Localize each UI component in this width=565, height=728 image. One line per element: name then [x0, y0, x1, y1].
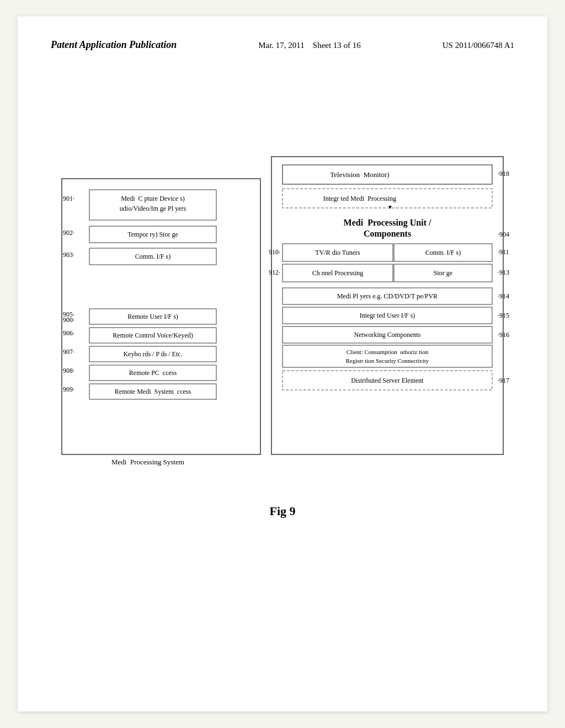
- n908-label: 908∙: [63, 367, 74, 374]
- n918-label: ∙918: [498, 170, 509, 178]
- arrow-indicator: ▼: [387, 204, 393, 210]
- n910-label: 910∙: [269, 248, 280, 256]
- figure-9-diagram: Medi Processing System Television Monito…: [51, 146, 514, 488]
- temporary-storage-label: Tempor ry) Stor ge: [127, 231, 178, 238]
- publication-date-sheet: Mar. 17, 2011 Sheet 13 of 16: [258, 39, 361, 52]
- n911-label: ∙911: [498, 248, 509, 256]
- n901-label: 901∙: [63, 195, 74, 202]
- n904-label: ∙904: [498, 231, 509, 238]
- media-processing-system-label: Medi Processing System: [111, 458, 184, 466]
- page: Patent Application Publication Mar. 17, …: [18, 17, 547, 711]
- n905-label: 905∙: [63, 311, 74, 318]
- tv-tuners-label: TV/R dio Tuners: [315, 249, 360, 256]
- media-capture-label: Medi C pture Device s): [121, 195, 185, 202]
- integrated-user-label: Integr ted User I/F s): [360, 312, 415, 319]
- n906-label: 906∙: [63, 329, 74, 337]
- n909-label: 909∙: [63, 386, 74, 393]
- mpu-title: Medi Processing Unit /: [344, 218, 431, 228]
- n903-label: 903∙: [63, 251, 74, 259]
- networking-label: Networking Components: [354, 331, 421, 339]
- remote-control-label: Remote Control Voice/Keyed): [113, 331, 193, 339]
- television-label: Television Monitor): [330, 170, 389, 179]
- remote-media-label: Remote Medi System ccess: [115, 388, 191, 395]
- publication-title: Patent Application Publication: [51, 39, 177, 51]
- publication-date: Mar. 17, 2011: [258, 41, 305, 50]
- comm-if2-label: Comm. I/F s): [425, 249, 461, 256]
- patent-number: US 2011/0066748 A1: [443, 39, 514, 52]
- n902-label: 902∙: [63, 229, 74, 237]
- integrated-media-label: Integr ted Medi Processing: [323, 195, 397, 202]
- n913-label: ∙913: [498, 269, 509, 276]
- remote-pc-label: Remote PC ccess: [129, 369, 177, 377]
- mpu-title2: Components: [364, 229, 411, 239]
- comm-if-label: Comm. I/F s): [135, 253, 170, 260]
- n915-label: ∙915: [498, 312, 509, 319]
- channel-processing-label: Ch nnel Processing: [312, 269, 364, 277]
- distributed-server-label: Distributed Server Element: [351, 377, 424, 384]
- sheet-info: Sheet 13 of 16: [313, 41, 361, 50]
- n916-label: ∙916: [498, 331, 509, 339]
- n917-label: ∙917: [498, 377, 509, 384]
- keyboards-label: Keybo rds / P ds / Etc.: [123, 350, 182, 358]
- client-label: Client: Consumption uthoriz tion: [347, 349, 429, 355]
- n907-label: 907∙: [63, 348, 74, 356]
- storage-label: Stor ge: [434, 269, 452, 277]
- page-header: Patent Application Publication Mar. 17, …: [51, 39, 514, 57]
- n912-label: 912∙: [269, 269, 280, 276]
- remote-user-label: Remote User I/F s): [127, 313, 178, 320]
- audio-video-label: udio/Video/Im ge Pl yers: [120, 205, 186, 212]
- figure-label: Fig 9: [51, 504, 514, 518]
- n914-label: ∙914: [498, 292, 509, 300]
- media-players-label: Medi Pl yers e.g. CD/DVD/T pe/PVR: [337, 292, 438, 300]
- diagram-area: Medi Processing System Television Monito…: [51, 146, 514, 518]
- client-label2: Registr tion Security Connectivity: [346, 357, 429, 364]
